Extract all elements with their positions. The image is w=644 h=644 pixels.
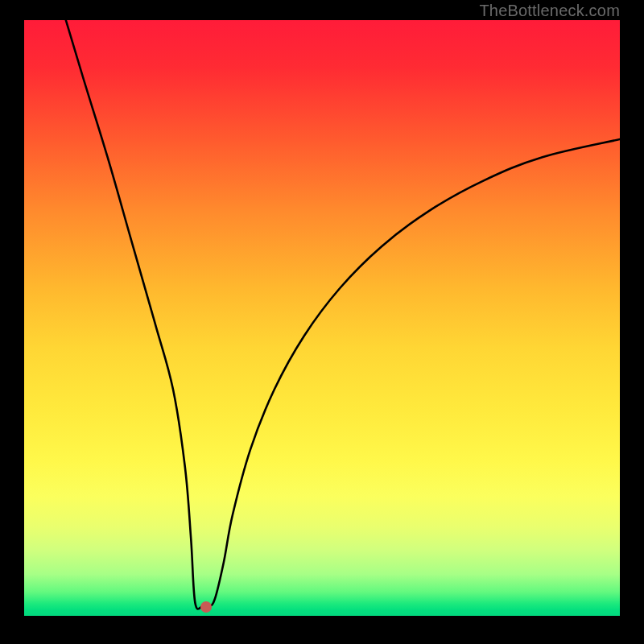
watermark-text: TheBottleneck.com [479,2,620,20]
plot-area [24,20,620,616]
bottleneck-curve [66,20,620,609]
optimal-point-marker [200,601,212,613]
chart-frame: TheBottleneck.com [0,0,644,644]
curve-layer [24,20,620,616]
